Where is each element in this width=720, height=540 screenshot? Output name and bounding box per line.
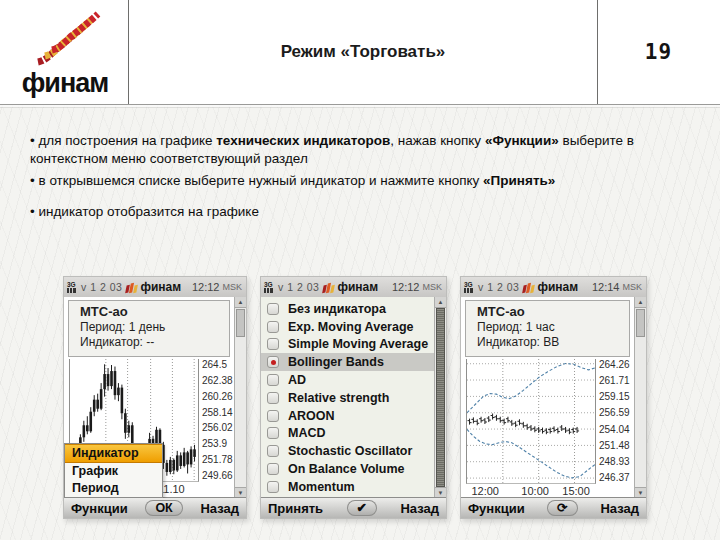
radio-icon[interactable]: [267, 303, 279, 315]
status-bar: 3G v 1 2 03 финам 12:12 MSK: [64, 277, 246, 298]
period-label: Период: 1 день: [80, 320, 229, 336]
indicator-label: Индикатор: BB: [477, 335, 629, 351]
radio-icon[interactable]: [267, 338, 279, 350]
list-item[interactable]: Momentum: [261, 478, 435, 496]
scrollbar[interactable]: ▲ ▼: [634, 297, 646, 498]
softkey-confirm-check-icon[interactable]: ✔: [347, 500, 377, 516]
bullet-list: • для построения на графике технических …: [30, 132, 692, 220]
bullet-item: • в открывшемся списке выберите нужный и…: [30, 172, 692, 190]
scrollbar-thumb[interactable]: [636, 309, 645, 337]
y-axis-label: 251.48: [599, 440, 630, 451]
radio-icon[interactable]: [267, 481, 279, 493]
x-axis-label: 10:00: [521, 485, 549, 497]
brand-label: финам: [337, 280, 378, 294]
menu-item[interactable]: Период: [65, 480, 162, 497]
radio-icon[interactable]: [267, 321, 279, 333]
softkey-refresh-icon[interactable]: ⟳: [547, 500, 577, 516]
radio-icon[interactable]: [267, 463, 279, 475]
list-item[interactable]: AROON: [261, 407, 435, 425]
radio-icon[interactable]: [267, 392, 279, 404]
radio-icon[interactable]: [267, 427, 279, 439]
app-version: v 1 2 03: [278, 281, 319, 293]
status-bar: 3G v 1 2 03 финам 12:14 MSK: [461, 277, 646, 298]
scroll-up-icon[interactable]: ▲: [435, 297, 446, 308]
app-version: v 1 2 03: [81, 281, 122, 293]
y-axis-labels: 264.26261.71259.15256.59254.04251.48248.…: [596, 359, 630, 483]
timezone-label: MSK: [622, 282, 642, 292]
list-item[interactable]: On Balance Volume: [261, 460, 435, 478]
y-axis-label: 246.37: [599, 472, 630, 483]
list-item[interactable]: Bollinger Bands: [261, 353, 435, 371]
softkey-bar: Функции ⟳ Назад: [461, 497, 646, 518]
radio-icon[interactable]: [267, 410, 279, 422]
y-axis-label: 253.9: [202, 438, 227, 449]
menu-item[interactable]: График: [65, 463, 162, 480]
softkey-functions[interactable]: Функции: [71, 501, 128, 516]
list-item-label: MACD: [288, 426, 326, 440]
finam-logo: финам: [13, 4, 117, 99]
scroll-up-icon[interactable]: ▲: [635, 297, 646, 308]
y-axis-label: 254.04: [599, 424, 630, 435]
list-item[interactable]: Simple Moving Average: [261, 336, 435, 354]
indicator-label: Индикатор: --: [80, 335, 229, 351]
softkey-back[interactable]: Назад: [400, 501, 439, 516]
y-axis-label: 258.14: [202, 407, 233, 418]
scrollbar-thumb[interactable]: [436, 308, 445, 487]
list-item-label: Exp. Moving Average: [288, 320, 414, 334]
finam-mini-logo-icon: [126, 281, 137, 293]
radio-icon[interactable]: [267, 356, 279, 368]
slide: финам Режим «Торговать» 19 • для построе…: [0, 0, 720, 540]
menu-item[interactable]: Индикатор: [65, 444, 162, 463]
y-axis-label: 261.71: [599, 375, 630, 386]
bullet-item: • индикатор отобразится на графике: [30, 203, 692, 221]
screen-content: Без индикатораExp. Moving AverageSimple …: [261, 297, 446, 498]
list-item[interactable]: Stochastic Oscillator: [261, 442, 435, 460]
network-3g-icon: 3G: [464, 282, 475, 293]
softkey-functions[interactable]: Функции: [468, 501, 525, 516]
list-item-label: AD: [288, 373, 306, 387]
softkey-ok[interactable]: ОК: [145, 500, 182, 516]
period-label: Период: 1 час: [477, 320, 629, 336]
y-axis-label: 262.38: [202, 375, 233, 386]
indicator-list: Без индикатораExp. Moving AverageSimple …: [261, 297, 435, 498]
phone-screenshot-indicator-list: 3G v 1 2 03 финам 12:12 MSK Без индикато…: [260, 276, 447, 519]
finam-logo-text: финам: [13, 68, 117, 99]
list-item-label: AROON: [288, 409, 335, 423]
y-axis-label: 259.15: [599, 391, 630, 402]
phone-screenshot-bollinger-chart: 3G v 1 2 03 финам 12:14 MSK МТС-ао Перио…: [460, 276, 647, 519]
brand-label: финам: [140, 280, 181, 294]
list-item-label: Momentum: [288, 480, 355, 494]
brand-label: финам: [537, 280, 578, 294]
finam-mini-logo-icon: [523, 281, 534, 293]
scroll-up-icon[interactable]: ▲: [235, 297, 246, 308]
scrollbar-thumb[interactable]: [236, 309, 245, 337]
list-item[interactable]: Без индикатора: [261, 300, 435, 318]
radio-icon[interactable]: [267, 374, 279, 386]
softkey-back[interactable]: Назад: [600, 501, 639, 516]
timezone-label: MSK: [222, 282, 242, 292]
scrollbar[interactable]: ▲ ▼: [234, 297, 246, 498]
finam-mini-logo-icon: [323, 281, 334, 293]
list-item[interactable]: AD: [261, 371, 435, 389]
y-axis-labels: 264.5262.38260.26258.14256.02253.9251.78…: [199, 359, 232, 481]
chart-plot: [466, 359, 596, 484]
y-axis-label: 256.59: [599, 407, 630, 418]
softkey-accept[interactable]: Принять: [268, 501, 323, 516]
network-3g-icon: 3G: [67, 282, 78, 293]
list-item[interactable]: Relative strength: [261, 389, 435, 407]
list-item[interactable]: Exp. Moving Average: [261, 318, 435, 336]
page-title: Режим «Торговать»: [281, 42, 446, 62]
list-item-label: Stochastic Oscillator: [288, 444, 412, 458]
list-item-label: Без индикатора: [288, 302, 386, 316]
radio-icon[interactable]: [267, 445, 279, 457]
softkey-back[interactable]: Назад: [200, 501, 239, 516]
clock: 12:12: [392, 281, 420, 293]
list-item[interactable]: MACD: [261, 425, 435, 443]
y-axis-label: 256.02: [202, 422, 233, 433]
scrollbar[interactable]: ▲ ▼: [434, 297, 446, 498]
status-bar: 3G v 1 2 03 финам 12:12 MSK: [261, 277, 446, 298]
page-number: 19: [597, 0, 720, 104]
bullet-item: • для построения на графике технических …: [30, 132, 692, 167]
list-item-label: Relative strength: [288, 391, 389, 405]
instrument-info-panel: МТС-ао Период: 1 день Индикатор: --: [68, 300, 230, 357]
